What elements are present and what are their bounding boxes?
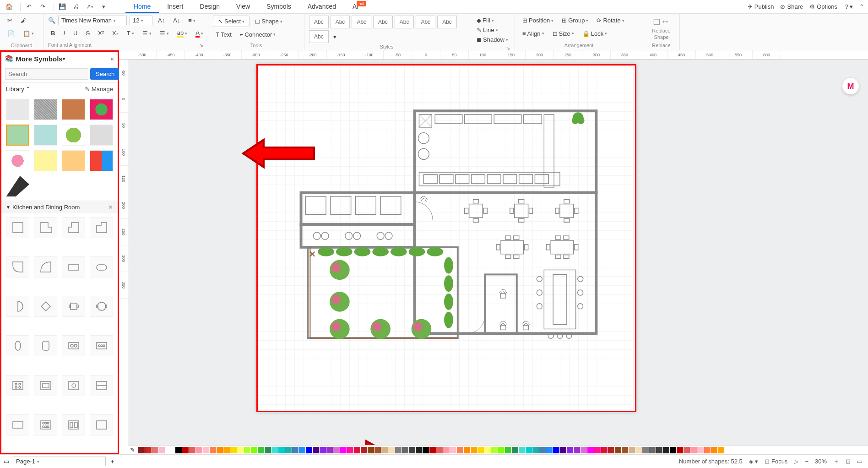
superscript-icon[interactable]: X² <box>95 28 107 38</box>
redo-icon[interactable]: ↷ <box>37 1 48 12</box>
format-painter-icon[interactable]: 🖌 <box>18 16 29 25</box>
color-swatch[interactable] <box>374 447 381 453</box>
symbol-item[interactable] <box>34 256 57 278</box>
color-swatch[interactable] <box>347 447 353 453</box>
color-swatch[interactable] <box>299 447 305 453</box>
linespacing-icon[interactable]: T <box>124 28 137 38</box>
fit-page-icon[interactable]: ⊡ <box>846 458 851 465</box>
bold-icon[interactable]: B <box>48 28 58 38</box>
color-swatch[interactable] <box>532 447 539 453</box>
color-swatch[interactable] <box>471 447 477 453</box>
rotate-button[interactable]: ⟳ Rotate <box>594 16 627 25</box>
color-swatch[interactable] <box>690 447 697 453</box>
replace-shape-button[interactable]: Replace Shape <box>648 28 675 40</box>
style-preset-3[interactable]: Abc <box>352 16 371 28</box>
color-swatch[interactable] <box>326 447 333 453</box>
color-swatch[interactable] <box>333 447 340 453</box>
color-swatch[interactable] <box>306 447 312 453</box>
color-swatch[interactable] <box>251 447 257 453</box>
color-swatch[interactable] <box>395 447 401 453</box>
fit-width-icon[interactable]: ▭ <box>857 458 863 465</box>
library-label[interactable]: Library ⌃ <box>6 86 31 93</box>
shrink-font-icon[interactable]: A↓ <box>170 16 183 25</box>
symbol-item[interactable] <box>90 414 113 435</box>
color-swatch[interactable] <box>145 447 152 453</box>
color-swatch[interactable] <box>175 447 182 453</box>
color-swatch[interactable] <box>443 447 450 453</box>
color-swatch[interactable] <box>409 447 415 453</box>
close-category-icon[interactable]: ✕ <box>108 204 113 211</box>
underline-icon[interactable]: U <box>71 28 80 38</box>
symbol-item[interactable] <box>62 125 85 146</box>
font-name-select[interactable]: Times New Roman <box>58 16 127 25</box>
color-swatch[interactable] <box>152 447 158 453</box>
paste-icon[interactable]: 📋 <box>20 29 37 38</box>
shape-tool[interactable]: ◻ Shape <box>252 16 285 26</box>
symbol-item[interactable] <box>6 296 29 317</box>
manage-library-button[interactable]: ✎ Manage <box>85 86 113 93</box>
color-swatch[interactable] <box>159 447 165 453</box>
color-swatch[interactable] <box>615 447 621 453</box>
color-swatch[interactable] <box>594 447 601 453</box>
undo-icon[interactable]: ↶ <box>23 1 34 12</box>
collapse-ribbon-icon[interactable]: ⌃ <box>859 3 864 10</box>
size-button[interactable]: ⊡ Size <box>550 29 577 38</box>
color-swatch[interactable] <box>278 447 285 453</box>
color-swatch[interactable] <box>265 447 271 453</box>
zoom-in-icon[interactable]: ＋ <box>833 457 839 466</box>
color-swatch[interactable] <box>560 447 566 453</box>
tab-symbols[interactable]: Symbols <box>258 1 299 13</box>
color-swatch[interactable] <box>354 447 360 453</box>
add-page-icon[interactable]: ＋ <box>109 457 115 466</box>
symbol-item[interactable] <box>6 335 29 356</box>
color-swatch[interactable] <box>388 447 395 453</box>
symbol-item[interactable] <box>34 375 57 396</box>
symbol-item[interactable] <box>34 335 57 356</box>
color-swatch[interactable] <box>622 447 628 453</box>
style-preset-1[interactable]: Abc <box>309 16 329 28</box>
symbol-item[interactable] <box>6 176 29 197</box>
color-swatch[interactable] <box>526 447 532 453</box>
color-swatch[interactable] <box>553 447 559 453</box>
symbol-item[interactable] <box>62 99 85 120</box>
color-swatch[interactable] <box>320 447 326 453</box>
symbol-item[interactable] <box>6 217 29 238</box>
symbol-item[interactable] <box>62 217 85 238</box>
export-icon[interactable]: ↗ <box>84 1 95 12</box>
color-swatch[interactable] <box>182 447 189 453</box>
bullet-list-icon[interactable]: ☰ <box>157 28 172 38</box>
font-search-icon[interactable]: 🔍 <box>48 17 55 24</box>
symbol-item[interactable] <box>62 150 85 171</box>
color-swatch[interactable] <box>210 447 216 453</box>
style-preset-6[interactable]: Abc <box>416 16 435 28</box>
color-swatch[interactable] <box>423 447 429 453</box>
symbol-item[interactable] <box>90 150 113 171</box>
subscript-icon[interactable]: X₂ <box>109 28 121 38</box>
floor-plan-drawing[interactable] <box>258 65 635 411</box>
color-swatch[interactable] <box>546 447 553 453</box>
text-tool[interactable]: T Text <box>213 30 234 39</box>
symbol-item[interactable] <box>6 150 29 171</box>
shadow-button[interactable]: ◼ Shadow <box>474 35 510 44</box>
symbol-item[interactable] <box>34 414 57 435</box>
tab-home[interactable]: Home <box>125 1 159 13</box>
color-swatch[interactable] <box>223 447 230 453</box>
style-preset-2[interactable]: Abc <box>331 16 350 28</box>
color-swatch[interactable] <box>313 447 319 453</box>
symbol-search-button[interactable]: Search <box>90 68 120 80</box>
color-swatch[interactable] <box>361 447 367 453</box>
font-size-select[interactable]: 12 <box>130 16 152 25</box>
color-swatch[interactable] <box>567 447 573 453</box>
replace-shape-icon[interactable]: ◻↔ <box>653 16 670 27</box>
color-swatch[interactable] <box>601 447 608 453</box>
color-swatch[interactable] <box>629 447 635 453</box>
tab-insert[interactable]: Insert <box>159 1 191 13</box>
home-icon[interactable]: 🏠 <box>4 1 15 12</box>
color-swatch[interactable] <box>381 447 388 453</box>
align-button[interactable]: ≡ Align <box>520 29 547 38</box>
symbol-item[interactable] <box>34 125 57 146</box>
present-icon[interactable]: ▷ <box>794 458 798 465</box>
color-swatch[interactable] <box>477 447 484 453</box>
color-swatch[interactable] <box>677 447 683 453</box>
options-button[interactable]: ⚙ Options <box>809 3 837 10</box>
